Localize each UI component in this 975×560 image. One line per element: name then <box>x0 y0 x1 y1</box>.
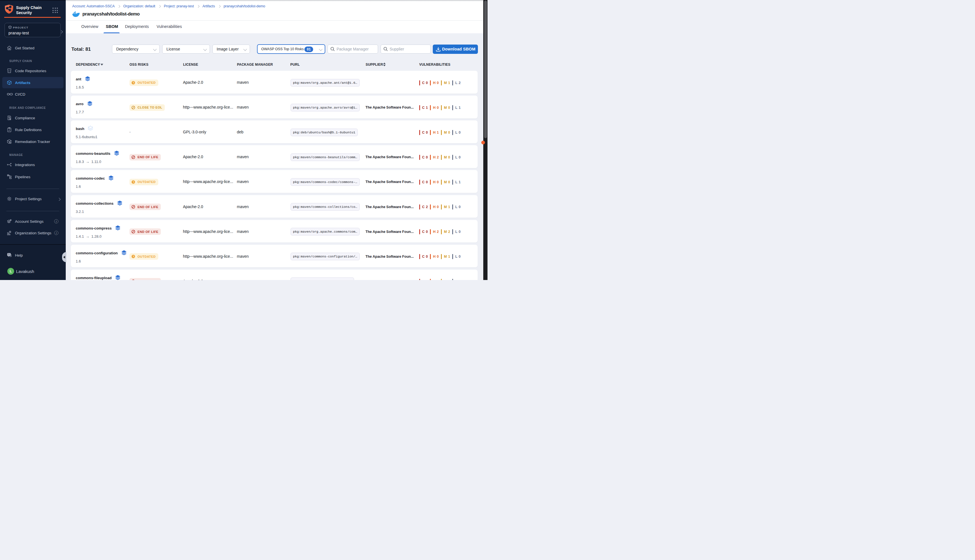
svg-text:?: ? <box>8 253 9 255</box>
